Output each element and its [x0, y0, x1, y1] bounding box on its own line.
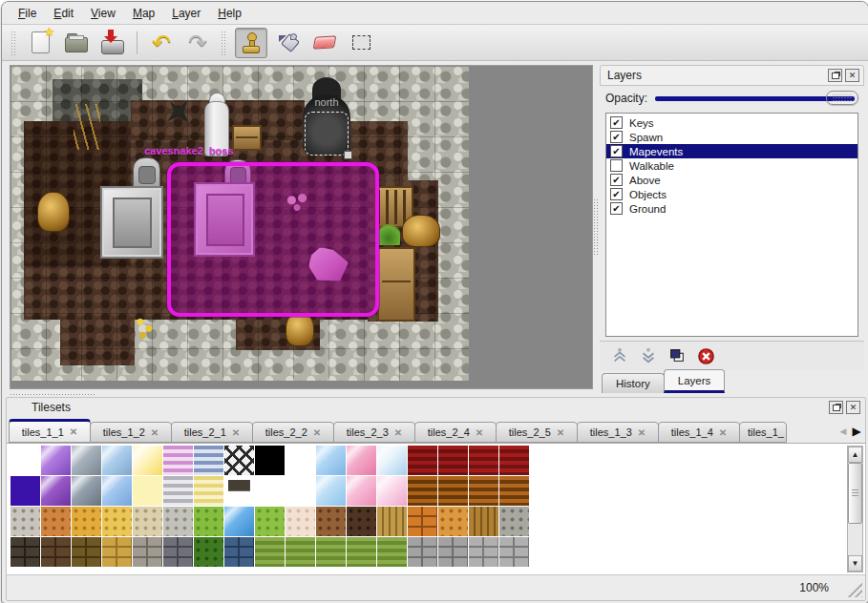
layer-visibility-checkbox[interactable]: ✔ [610, 116, 623, 129]
duplicate-layer-button[interactable] [665, 344, 689, 367]
palette-tile[interactable] [286, 476, 315, 506]
palette-tile[interactable] [72, 446, 101, 475]
palette-tile[interactable] [102, 507, 132, 536]
palette-tile[interactable] [286, 446, 315, 475]
palette-tile[interactable] [11, 476, 40, 506]
dock-tab-history[interactable]: History [602, 373, 665, 393]
close-tab-icon[interactable]: ✕ [638, 427, 646, 438]
palette-tile[interactable] [499, 537, 529, 567]
palette-tile[interactable] [316, 476, 346, 506]
palette-tile[interactable] [499, 507, 529, 536]
opacity-slider[interactable] [655, 91, 858, 106]
palette-tile[interactable] [41, 476, 71, 506]
palette-tile[interactable] [163, 476, 193, 506]
close-panel-button[interactable]: ✕ [845, 69, 859, 82]
palette-tile[interactable] [438, 446, 468, 475]
close-tab-icon[interactable]: ✕ [719, 427, 727, 438]
palette-tile[interactable] [11, 537, 40, 567]
palette-tile[interactable] [133, 537, 162, 567]
palette-tile[interactable] [347, 537, 376, 567]
palette-tile[interactable] [469, 507, 498, 536]
palette-tile[interactable] [438, 507, 468, 536]
layer-row-spawn[interactable]: ✔Spawn [606, 130, 857, 144]
layer-visibility-checkbox[interactable]: ✔ [610, 131, 623, 143]
layer-visibility-checkbox[interactable] [610, 159, 623, 172]
map-canvas[interactable]: north cavesnake2_boss [11, 66, 469, 381]
opacity-slider-handle[interactable] [826, 91, 858, 105]
undo-button[interactable]: ↶ [146, 29, 177, 57]
palette-tile[interactable] [255, 446, 285, 475]
cave-entrance-mapevent[interactable]: north [303, 94, 350, 157]
tileset-tab-tiles_1_1[interactable]: tiles_1_1✕ [9, 419, 91, 443]
layer-row-objects[interactable]: ✔Objects [606, 187, 857, 201]
palette-tile[interactable] [377, 537, 407, 567]
layer-visibility-checkbox[interactable]: ✔ [610, 174, 623, 186]
scroll-tabs-left-button[interactable]: ◀ [836, 422, 850, 441]
mapevent-resize-handle[interactable] [344, 151, 352, 159]
palette-tile[interactable] [163, 446, 193, 475]
palette-tile[interactable] [316, 446, 346, 475]
scrollbar-trough[interactable] [848, 463, 862, 555]
palette-tile[interactable] [499, 446, 529, 475]
palette-tile[interactable] [163, 507, 193, 536]
palette-tile[interactable] [194, 446, 223, 475]
mapevent-selection-region[interactable] [167, 162, 379, 317]
tileset-tab-tiles_2_4[interactable]: tiles_2_4✕ [414, 422, 497, 443]
palette-tile[interactable] [11, 446, 40, 475]
palette-tile[interactable] [194, 537, 223, 567]
layer-row-above[interactable]: ✔Above [606, 173, 857, 187]
toolbar-drag-handle[interactable] [221, 31, 227, 55]
menu-item-map[interactable]: Map [124, 4, 163, 23]
tileset-tab-tiles_2_5[interactable]: tiles_2_5✕ [496, 422, 578, 443]
palette-tile[interactable] [133, 476, 162, 506]
lower-layer-button[interactable] [636, 344, 661, 367]
palette-tile[interactable] [194, 476, 223, 506]
opacity-slider-track[interactable] [655, 96, 855, 101]
palette-tile[interactable] [408, 537, 437, 567]
rect-select-tool-button[interactable] [346, 29, 376, 57]
palette-tile[interactable] [286, 537, 315, 567]
palette-tile[interactable] [377, 446, 407, 475]
eraser-tool-button[interactable] [309, 29, 340, 57]
scroll-tabs-right-button[interactable]: ▶ [850, 422, 863, 441]
layer-row-walkable[interactable]: Walkable [606, 158, 857, 173]
palette-tile[interactable] [377, 507, 407, 536]
palette-tile[interactable] [408, 507, 437, 536]
tileset-tab-tiles_2_1[interactable]: tiles_2_1✕ [171, 422, 253, 443]
menu-item-edit[interactable]: Edit [45, 4, 82, 23]
float-panel-button[interactable] [829, 401, 843, 414]
palette-tile[interactable] [499, 476, 529, 506]
palette-tile[interactable] [41, 446, 71, 475]
redo-button[interactable]: ↷ [182, 29, 213, 57]
layer-visibility-checkbox[interactable]: ✔ [610, 188, 623, 200]
palette-tile[interactable] [347, 476, 376, 506]
palette-tile[interactable] [255, 507, 285, 536]
palette-tile[interactable] [194, 507, 223, 536]
palette-tile[interactable] [133, 446, 162, 475]
close-panel-button[interactable]: ✕ [846, 401, 860, 414]
close-tab-icon[interactable]: ✕ [557, 427, 564, 438]
close-tab-icon[interactable]: ✕ [394, 427, 402, 438]
palette-tile[interactable] [408, 446, 437, 475]
stamp-tool-button[interactable] [235, 28, 267, 58]
close-tab-icon[interactable]: ✕ [476, 427, 483, 438]
palette-tile[interactable] [316, 537, 346, 567]
layer-row-ground[interactable]: ✔Ground [606, 201, 857, 216]
fill-tool-button[interactable] [273, 29, 304, 57]
palette-vertical-scrollbar[interactable]: ▲ ▼ [847, 446, 863, 572]
menu-item-layer[interactable]: Layer [163, 4, 209, 23]
palette-tile[interactable] [347, 446, 376, 475]
map-viewport[interactable]: north cavesnake2_boss [10, 65, 593, 389]
open-file-button[interactable] [61, 29, 92, 57]
close-tab-icon[interactable]: ✕ [70, 426, 77, 437]
palette-tile[interactable] [469, 446, 498, 475]
scroll-up-button[interactable]: ▲ [848, 447, 862, 463]
scrollbar-thumb[interactable] [848, 463, 862, 524]
palette-tile[interactable] [438, 476, 468, 506]
palette-tile[interactable] [224, 537, 254, 567]
delete-layer-button[interactable] [693, 344, 718, 367]
layer-row-keys[interactable]: ✔Keys [606, 115, 857, 130]
tileset-tab-tiles_1_3[interactable]: tiles_1_3✕ [577, 422, 659, 443]
layer-visibility-checkbox[interactable]: ✔ [610, 145, 623, 157]
toolbar-drag-handle[interactable] [11, 31, 17, 55]
